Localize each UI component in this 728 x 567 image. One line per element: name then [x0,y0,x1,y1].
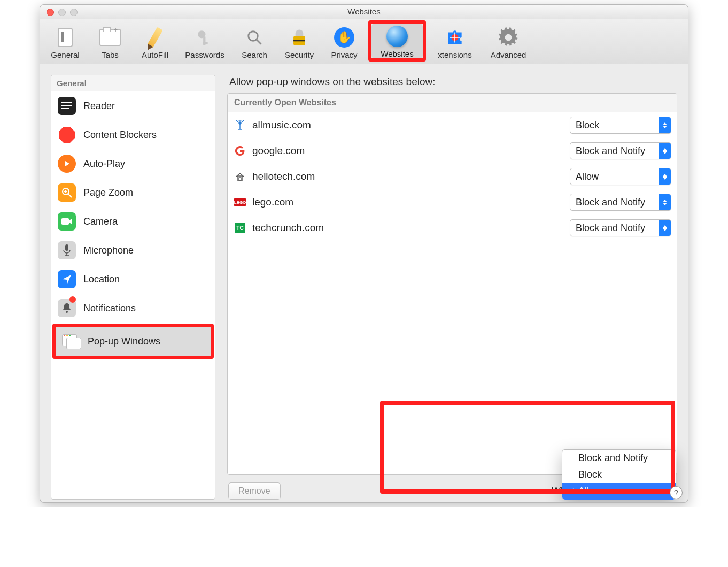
svg-point-20 [66,311,68,313]
switch-icon [53,26,77,49]
help-button[interactable]: ? [670,486,683,499]
site-favicon-icon [234,119,246,131]
sidebar-item-label: Camera [83,216,118,227]
permission-select[interactable]: Allow [570,168,671,185]
other-websites-menu[interactable]: Block and NotifyBlockAllow [562,449,676,500]
remove-button[interactable]: Remove [228,482,281,500]
sidebar-item-label: Microphone [83,245,134,256]
reader-icon [58,97,76,115]
zoom-icon [58,183,76,202]
puzzle-icon [443,26,467,49]
site-domain: techcrunch.com [252,222,563,234]
sidebar-item-label: Content Blockers [83,129,157,141]
svg-rect-7 [293,40,305,41]
toolbar-security[interactable]: Security [277,25,321,59]
svg-rect-11 [61,108,69,109]
microphone-icon [58,241,76,259]
site-favicon-icon [234,171,246,182]
permission-select[interactable]: Block and Notify [570,142,671,159]
lock-icon [288,26,311,49]
site-domain: lego.com [252,196,563,208]
permission-value: Block [570,120,605,131]
sidebar-item-label: Pop-up Windows [88,336,160,347]
sidebar-item-label: Notifications [83,303,136,314]
sidebar-item-label: Location [83,274,120,285]
permission-value: Block and Notify [570,145,650,157]
main-title: Allow pop-up windows on the websites bel… [229,76,676,88]
svg-rect-9 [61,102,72,103]
permission-select[interactable]: Block [570,117,671,134]
notification-badge-icon [69,296,76,303]
globe-icon [385,25,409,48]
sidebar-item-location[interactable]: Location [51,265,215,294]
permission-value: Allow [570,171,604,182]
list-rows: allmusic.comBlockgoogle.comBlock and Not… [228,112,677,474]
preferences-window: Websites General Tabs AutoFill Passwords… [40,4,688,503]
svg-rect-25 [239,178,241,180]
stop-icon [58,126,76,144]
location-arrow-icon [58,270,76,288]
menu-option[interactable]: Block [562,466,676,483]
highlight-websites-tab: Websites [368,20,426,62]
gear-icon [497,26,520,49]
select-stepper-icon [659,220,671,236]
sidebar-item-camera[interactable]: Camera [51,207,215,236]
tabs-icon [98,26,122,49]
svg-rect-2 [203,42,208,44]
sidebar-item-page-zoom[interactable]: Page Zoom [51,178,215,207]
preferences-toolbar: General Tabs AutoFill Passwords Search [40,19,688,64]
site-domain: google.com [252,145,563,157]
sidebar-item-reader[interactable]: Reader [51,91,215,120]
svg-point-21 [239,122,241,124]
hand-icon: ✋ [332,26,356,49]
website-row[interactable]: allmusic.comBlock [228,112,677,138]
toolbar-privacy[interactable]: ✋ Privacy [322,25,366,59]
site-favicon-icon: LEGO [234,196,246,208]
permission-value: Block and Notify [570,197,650,208]
svg-line-4 [257,40,261,44]
key-icon [193,26,216,49]
sidebar-item-popup-windows[interactable]: Pop-up Windows [56,327,211,356]
sidebar-item-label: Auto-Play [83,158,125,170]
svg-rect-10 [61,105,72,106]
site-favicon-icon [234,145,246,157]
svg-line-13 [68,194,72,197]
site-favicon-icon: TC [234,222,246,234]
site-domain: allmusic.com [252,119,563,131]
body: General Reader Content Blockers Auto-Pla… [40,64,688,503]
sidebar-heading: General [51,75,215,91]
sidebar-item-label: Page Zoom [83,187,133,198]
svg-rect-17 [65,244,68,251]
website-row[interactable]: hellotech.comAllow [228,164,677,189]
toolbar-extensions[interactable]: xtensions [428,25,482,59]
websites-list: Currently Open Websites allmusic.comBloc… [227,93,677,475]
permission-select[interactable]: Block and Notify [570,219,671,236]
sidebar-item-microphone[interactable]: Microphone [51,236,215,265]
website-row[interactable]: TCtechcrunch.comBlock and Notify [228,215,677,241]
toolbar-advanced[interactable]: Advanced [483,25,534,59]
site-domain: hellotech.com [252,171,563,182]
toolbar-autofill[interactable]: AutoFill [133,25,177,59]
toolbar-tabs[interactable]: Tabs [88,25,132,59]
permission-value: Block and Notify [570,223,650,234]
toolbar-passwords[interactable]: Passwords [178,25,231,59]
website-row[interactable]: LEGOlego.comBlock and Notify [228,189,677,215]
window-title: Websites [40,7,688,16]
website-row[interactable]: google.comBlock and Notify [228,138,677,164]
play-icon [58,155,76,173]
sidebar-item-label: Reader [83,101,115,112]
menu-option[interactable]: Block and Notify [562,450,676,466]
windows-icon [62,332,80,350]
toolbar-search[interactable]: Search [233,25,276,59]
titlebar: Websites [40,5,688,19]
toolbar-general[interactable]: General [43,25,87,59]
svg-rect-16 [61,218,69,225]
toolbar-websites[interactable]: Websites [371,24,423,58]
menu-option[interactable]: Allow [562,483,676,500]
sidebar-item-notifications[interactable]: Notifications [51,294,215,323]
sidebar-item-auto-play[interactable]: Auto-Play [51,149,215,178]
svg-point-3 [249,32,258,41]
permission-select[interactable]: Block and Notify [570,194,671,211]
sidebar-item-content-blockers[interactable]: Content Blockers [51,120,215,149]
footer-right: When visiting other websites: Block and … [552,486,676,497]
